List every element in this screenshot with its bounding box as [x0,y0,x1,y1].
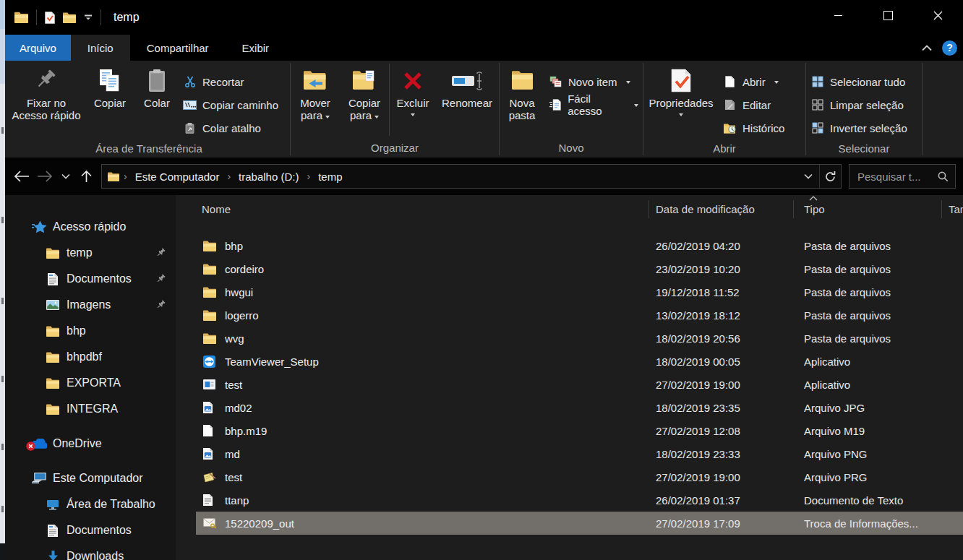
dropdown-caret [774,81,779,86]
address-dropdown-button[interactable] [797,165,819,188]
ribbon-group-new: Nova pasta Novo item [500,61,643,158]
breadcrumb-drive[interactable]: trabalho (D:) [235,171,302,183]
tab-view[interactable]: Exibir [226,35,286,61]
move-to-button[interactable]: Mover para [291,61,340,121]
sidebar-item-pictures[interactable]: Imagens [5,292,176,318]
sidebar-item-documents-quick[interactable]: Documentos [5,266,176,292]
sidebar-item-desktop[interactable]: Área de Trabalho [5,491,176,517]
file-row[interactable]: bhp.m19 27/02/2019 12:08 Arquivo M19 [196,419,963,442]
edi-envelope-icon [203,518,221,529]
column-header-modified[interactable]: Data de modificação [656,195,755,223]
file-row[interactable]: md02 18/02/2019 23:35 Arquivo JPG [196,396,963,419]
paste-shortcut-button[interactable]: Colar atalho [179,116,283,139]
separator [100,9,101,25]
caption-buttons [813,0,963,30]
breadcrumb-current-folder[interactable]: temp [314,171,346,183]
pin-to-quick-access-button[interactable]: Fixar no Acesso rápido [8,61,85,121]
chevron-down-icon [804,173,813,179]
file-row-selected[interactable]: 15220209_out 27/02/2019 17:09 Troca de I… [196,512,963,535]
tab-file[interactable]: Arquivo [5,35,71,61]
maximize-button[interactable] [863,0,913,30]
file-row[interactable]: ttanp 26/02/2019 01:37 Documento de Text… [196,488,963,512]
new-item-button[interactable]: Novo item [544,70,643,93]
downloads-icon [45,551,61,560]
computer-icon [31,473,47,485]
file-icon [723,76,737,87]
sidebar-item-temp[interactable]: temp [5,240,176,266]
history-button[interactable]: Histórico [719,116,789,139]
delete-button[interactable]: Excluir [390,61,436,121]
rename-button[interactable]: Renomear [436,61,498,109]
file-type: Pasta de arquivos [804,263,963,275]
file-row[interactable]: TeamViewer_Setup 18/02/2019 00:05 Aplica… [196,350,963,373]
address-bar[interactable]: Este Computador trabalho (D:) temp [101,164,842,189]
file-row[interactable]: bhp 26/02/2019 04:20 Pasta de arquivos [196,234,963,257]
tab-share[interactable]: Compartilhar [130,35,226,61]
pin-icon [34,67,59,94]
file-row[interactable]: wvg 18/02/2019 20:56 Pasta de arquivos [196,327,963,350]
column-divider[interactable] [941,200,942,218]
folder-icon [203,310,221,321]
forward-button[interactable] [33,164,57,189]
file-type: Pasta de arquivos [804,240,963,252]
breadcrumb-this-pc[interactable]: Este Computador [132,171,223,183]
search-input[interactable] [856,170,938,184]
invert-selection-button[interactable]: Inverter seleção [806,116,912,139]
column-divider[interactable] [793,200,794,218]
properties-button[interactable]: Propriedades [643,61,719,121]
copy-button[interactable]: Copiar [85,61,135,109]
file-row[interactable]: logerro 13/02/2019 18:12 Pasta de arquiv… [196,303,963,327]
delete-x-icon [402,67,424,94]
sidebar-this-pc[interactable]: Este Computador [5,465,176,491]
file-row[interactable]: test 27/02/2019 19:00 Arquivo PRG [196,465,963,488]
refresh-button[interactable] [819,165,841,188]
background-window-edge [0,0,5,560]
sidebar-item-exporta[interactable]: EXPORTA [5,370,176,396]
close-button[interactable] [913,0,963,30]
open-button[interactable]: Abrir [719,70,789,93]
copy-path-button[interactable]: Copiar caminho [179,93,283,116]
edit-button[interactable]: Editar [719,93,789,116]
column-header-size[interactable]: Tam [949,195,963,223]
easy-access-icon [549,99,562,111]
paste-button[interactable]: Colar [135,61,179,109]
file-modified: 26/02/2019 01:37 [656,494,804,507]
recent-locations-button[interactable] [57,164,74,189]
folder-icon [203,241,221,251]
sidebar-item-bhpdbf[interactable]: bhpdbf [5,344,176,370]
onedrive-cloud-icon [31,439,47,449]
new-folder-button[interactable]: Nova pasta [500,61,544,121]
file-row[interactable]: hwgui 19/12/2018 11:52 Pasta de arquivos [196,280,963,303]
sidebar-onedrive[interactable]: OneDrive [5,431,176,457]
arrow-up-icon [80,170,93,184]
sidebar-item-documents-pc[interactable]: Documentos [5,517,176,543]
column-header-name[interactable]: Nome [202,195,231,223]
select-none-button[interactable]: Limpar seleção [806,93,912,116]
dropdown-caret [634,104,638,109]
qat-customize-dropdown[interactable] [84,14,93,21]
up-button[interactable] [74,164,98,189]
column-divider[interactable] [649,200,649,218]
file-row[interactable]: test 27/02/2019 19:00 Aplicativo [196,373,963,396]
file-name: hwgui [221,286,656,298]
easy-access-button[interactable]: Fácil acesso [544,93,643,116]
collapse-ribbon-button[interactable] [922,45,932,51]
file-row[interactable]: cordeiro 23/02/2019 10:20 Pasta de arqui… [196,257,963,280]
pin-icon [156,300,166,310]
file-row[interactable]: md 18/02/2019 23:33 Arquivo PNG [196,442,963,465]
sidebar-quick-access[interactable]: Acesso rápido [5,214,176,240]
ribbon: Fixar no Acesso rápido Copiar Colar [5,61,963,158]
qat-new-folder-button[interactable] [63,12,76,23]
minimize-button[interactable] [813,0,863,30]
tab-home[interactable]: Início [71,35,130,61]
help-button[interactable] [942,40,957,56]
copy-to-button[interactable]: Copiar para [340,61,389,121]
sidebar-item-downloads[interactable]: Downloads [5,543,176,560]
sidebar-item-bhp[interactable]: bhp [5,318,176,344]
qat-properties-button[interactable] [45,12,55,24]
back-button[interactable] [9,164,33,189]
sidebar-item-integra[interactable]: INTEGRA [5,396,176,422]
file-type: Pasta de arquivos [804,332,963,345]
cut-button[interactable]: Recortar [179,70,283,93]
select-all-button[interactable]: Selecionar tudo [806,70,912,93]
